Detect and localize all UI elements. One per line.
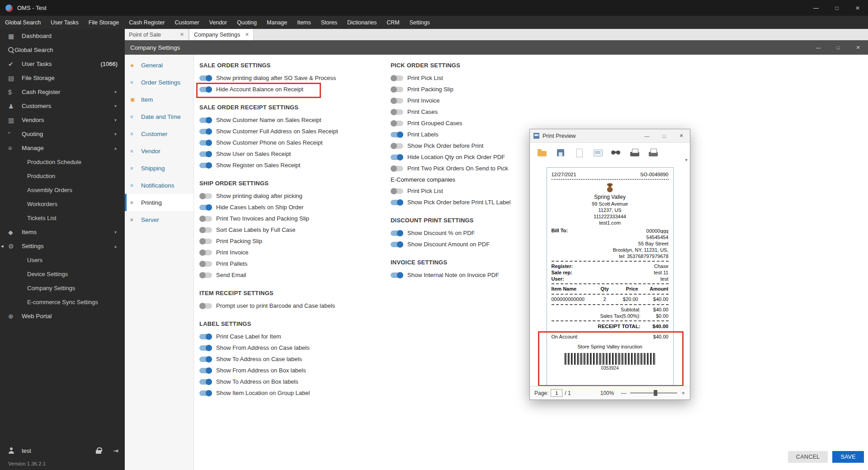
sidebar-item-web-portal[interactable]: ⊕Web Portal — [0, 309, 125, 323]
lock-icon[interactable] — [96, 447, 101, 454]
toggle-hide-account-balance-on-receipt[interactable] — [199, 87, 212, 92]
sidebar-item-dashboard[interactable]: ▦Dashboard — [0, 29, 125, 43]
settings-nav-printing[interactable]: ≡Printing — [125, 194, 193, 211]
zoom-slider[interactable] — [630, 392, 677, 394]
toggle-show-printing-dialog-after-so-save-process[interactable] — [199, 75, 212, 81]
toggle-show-item-location-on-group-label[interactable] — [199, 390, 212, 396]
toggle-print-case-label-for-item[interactable] — [199, 334, 212, 339]
toggle-show-discount-on-pdf[interactable] — [391, 230, 403, 236]
settings-nav-customer[interactable]: ≡Customer — [125, 125, 193, 142]
sidebar-item-customers[interactable]: ♟Customers▾ — [0, 99, 125, 113]
preview-minimize-button[interactable]: — — [638, 129, 656, 143]
toggle-print-pick-list[interactable] — [391, 75, 403, 81]
toggle-print-packing-slip[interactable] — [391, 87, 403, 92]
sidebar-item-workorders[interactable]: Workorders — [0, 197, 125, 211]
toggle-print-two-pick-orders-on-send-to-pick[interactable] — [391, 166, 403, 171]
menu-item-file-storage[interactable]: File Storage — [84, 16, 124, 29]
settings-nav-date-and-time[interactable]: ≡Date and Time — [125, 108, 193, 125]
tab-close-icon[interactable]: ✕ — [245, 32, 249, 38]
toggle-hide-cases-labels-on-ship-order[interactable] — [199, 205, 212, 210]
tab-company-settings[interactable]: Company Settings ✕ — [190, 29, 254, 40]
menu-item-global-search[interactable]: Global Search — [0, 16, 46, 29]
settings-nav-general[interactable]: ◈General — [125, 56, 193, 74]
toggle-print-pick-list[interactable] — [391, 188, 403, 194]
sidebar-item-tickets-list[interactable]: Tickets List — [0, 211, 125, 225]
toggle-show-to-address-on-box-labels[interactable] — [199, 379, 212, 385]
menu-item-cash-register[interactable]: Cash Register — [124, 16, 170, 29]
toggle-print-grouped-cases[interactable] — [391, 121, 403, 126]
zoom-slider-handle[interactable] — [654, 390, 657, 396]
menu-item-manage[interactable]: Manage — [262, 16, 292, 29]
toggle-print-cases[interactable] — [391, 109, 403, 115]
sidebar-item-global-search[interactable]: Global Search — [0, 43, 125, 57]
toolbar-overflow-icon[interactable]: ▸ — [685, 157, 688, 162]
settings-nav-server[interactable]: ≡Server — [125, 211, 193, 228]
toggle-show-pick-order-before-print-ltl-label[interactable] — [391, 200, 403, 205]
menu-item-items[interactable]: Items — [292, 16, 316, 29]
menu-item-crm[interactable]: CRM — [382, 16, 404, 29]
settings-nav-vendor[interactable]: ≡Vendor — [125, 142, 193, 160]
logout-icon[interactable]: ⇥ — [113, 447, 118, 454]
toggle-sort-case-labels-by-full-case[interactable] — [199, 227, 212, 233]
toggle-show-from-address-on-case-labels[interactable] — [199, 345, 212, 351]
sidebar-item-settings[interactable]: ◂⚙Settings▴ — [0, 239, 125, 253]
toggle-prompt-user-to-print-barcode-and-case-labels[interactable] — [199, 303, 212, 309]
settings-nav-item[interactable]: ▣Item — [125, 91, 193, 108]
toggle-show-register-on-sales-receipt[interactable] — [199, 163, 212, 168]
cs-close-button[interactable]: ✕ — [848, 40, 868, 55]
toggle-print-invoice[interactable] — [391, 98, 403, 103]
sidebar-item-assembly-orders[interactable]: Assembly Orders — [0, 183, 125, 197]
page-setup-icon[interactable] — [592, 147, 604, 159]
document-icon[interactable] — [573, 147, 585, 159]
toggle-show-discount-amount-on-pdf[interactable] — [391, 242, 403, 247]
cs-maximize-button[interactable]: □ — [828, 40, 848, 55]
toggle-show-to-address-on-case-labels[interactable] — [199, 357, 212, 362]
toggle-hide-location-qty-on-pick-order-pdf[interactable] — [391, 155, 403, 160]
close-button[interactable]: ✕ — [847, 0, 868, 16]
toggle-print-packing-slip[interactable] — [199, 239, 212, 244]
preview-maximize-button[interactable]: □ — [656, 129, 673, 143]
sidebar-item-company-settings[interactable]: Company Settings — [0, 281, 125, 295]
zoom-in-button[interactable]: + — [681, 390, 685, 396]
settings-nav-notifications[interactable]: ≡Notifications — [125, 177, 193, 194]
settings-nav-order-settings[interactable]: ≡Order Settings — [125, 74, 193, 91]
page-input[interactable] — [551, 389, 562, 397]
preview-close-button[interactable]: ✕ — [673, 129, 690, 143]
menu-item-dictionaries[interactable]: Dictionaries — [342, 16, 382, 29]
toggle-show-customer-phone-on-sales-receipt[interactable] — [199, 140, 212, 146]
sidebar-item-items[interactable]: ◆Items▾ — [0, 225, 125, 239]
menu-item-stores[interactable]: Stores — [316, 16, 342, 29]
menu-item-user-tasks[interactable]: User Tasks — [46, 16, 84, 29]
sidebar-item-user-tasks[interactable]: ✔User Tasks(1066) — [0, 57, 125, 71]
tab-point-of-sale[interactable]: Point of Sale ✕ — [125, 29, 189, 40]
toggle-show-customer-name-on-sales-receipt[interactable] — [199, 118, 212, 123]
sidebar-item-users[interactable]: Users — [0, 253, 125, 267]
sidebar-item-vendors[interactable]: ▥Vendors▾ — [0, 113, 125, 127]
toggle-show-pick-order-before-print[interactable] — [391, 143, 403, 149]
sidebar-item-quoting[interactable]: “Quoting▾ — [0, 127, 125, 141]
sidebar-item-production[interactable]: Production — [0, 169, 125, 183]
toggle-send-email[interactable] — [199, 273, 212, 278]
sidebar-item-production-schedule[interactable]: Production Schedule — [0, 155, 125, 169]
sidebar-item-device-settings[interactable]: Device Settings — [0, 267, 125, 281]
zoom-out-button[interactable]: — — [621, 390, 626, 396]
sidebar-item-cash-register[interactable]: $Cash Register▾ — [0, 85, 125, 99]
toggle-show-customer-full-address-on-sales-receipt[interactable] — [199, 129, 212, 134]
menu-item-customer[interactable]: Customer — [170, 16, 204, 29]
settings-nav-shipping[interactable]: ≡Shipping — [125, 160, 193, 177]
menu-item-vendor[interactable]: Vendor — [204, 16, 232, 29]
find-icon[interactable] — [610, 147, 622, 159]
save-button[interactable]: SAVE — [832, 451, 864, 463]
maximize-button[interactable]: □ — [826, 0, 847, 16]
sidebar-item-file-storage[interactable]: ▤File Storage — [0, 71, 125, 85]
toggle-print-invoice[interactable] — [199, 250, 212, 255]
tab-close-icon[interactable]: ✕ — [180, 32, 184, 38]
open-file-icon[interactable] — [536, 147, 548, 159]
toggle-show-from-address-on-box-labels[interactable] — [199, 368, 212, 373]
toggle-print-labels[interactable] — [391, 132, 403, 137]
menu-item-settings[interactable]: Settings — [405, 16, 435, 29]
menu-item-quoting[interactable]: Quoting — [232, 16, 262, 29]
sidebar-item-manage[interactable]: ≡Manage▴ — [0, 141, 125, 155]
cancel-button[interactable]: CANCEL — [788, 451, 828, 463]
print-direct-icon[interactable] — [647, 147, 659, 159]
